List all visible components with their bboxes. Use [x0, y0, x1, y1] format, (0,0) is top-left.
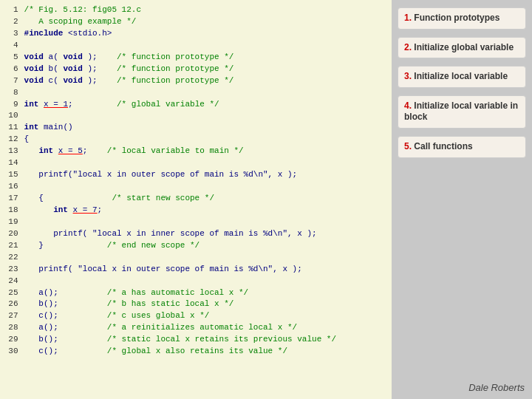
table-row: 12 { [6, 134, 386, 146]
table-row: 7 void c( void ); /* function prototype … [6, 75, 386, 87]
annotation-2: 2. Initialize global variable [398, 37, 526, 59]
table-row: 6 void b( void ); /* function prototype … [6, 64, 386, 75]
author-label: Dale Roberts [468, 382, 525, 393]
annotation-3: 3. Initialize local variable [398, 66, 526, 88]
table-row: 1 /* Fig. 5.12: fig05 12.c [6, 4, 386, 16]
annotation-1: 1. Function prototypes [398, 7, 526, 30]
table-row: 8 [6, 87, 386, 99]
table-row: 9 int x = 1; /* global variable */ [6, 99, 386, 111]
table-row: 13 int x = 5; /* local variable to main … [6, 146, 386, 157]
table-row: 15 printf("local x in outer scope of mai… [6, 169, 386, 181]
table-row: 18 int x = 7; [6, 205, 386, 216]
table-row: 26 b(); /* b has static local x */ [6, 299, 386, 310]
code-table: 1 /* Fig. 5.12: fig05 12.c 2 A scoping e… [6, 4, 386, 358]
table-row: 21 } /* end new scope */ [6, 240, 386, 252]
code-panel: 1 /* Fig. 5.12: fig05 12.c 2 A scoping e… [0, 0, 392, 399]
table-row: 27 c(); /* c uses global x */ [6, 310, 386, 322]
table-row: 2 A scoping example */ [6, 16, 386, 28]
table-row: 23 printf( "local x in outer scope of ma… [6, 264, 386, 276]
table-row: 22 [6, 252, 386, 264]
table-row: 24 [6, 276, 386, 287]
annotations-panel: 1. Function prototypes 2. Initialize glo… [392, 0, 532, 399]
table-row: 28 a(); /* a reinitializes automatic loc… [6, 322, 386, 334]
table-row: 16 [6, 181, 386, 193]
table-row: 3 #include <stdio.h> [6, 28, 386, 40]
table-row: 14 [6, 157, 386, 169]
table-row: 5 void a( void ); /* function prototype … [6, 52, 386, 64]
table-row: 25 a(); /* a has automatic local x */ [6, 287, 386, 299]
table-row: 10 [6, 110, 386, 122]
table-row: 4 [6, 40, 386, 52]
table-row: 20 printf( "local x in inner scope of ma… [6, 228, 386, 240]
table-row: 29 b(); /* static local x retains its pr… [6, 334, 386, 346]
table-row: 30 c(); /* global x also retains its val… [6, 346, 386, 358]
annotation-4: 4. Initialize local variable in block [398, 95, 526, 129]
table-row: 17 { /* start new scope */ [6, 193, 386, 205]
table-row: 11 int main() [6, 122, 386, 134]
annotation-5: 5. Call functions [398, 136, 526, 158]
table-row: 19 [6, 216, 386, 228]
